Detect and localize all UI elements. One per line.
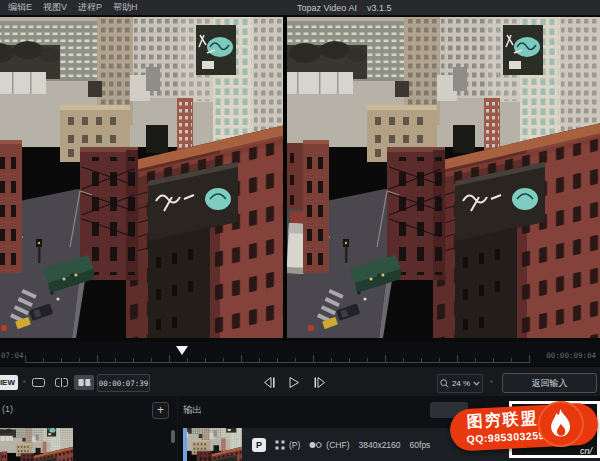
ruler-tick	[133, 358, 134, 362]
video-pane-original[interactable]	[0, 15, 283, 341]
ruler-tick	[25, 355, 26, 362]
output-header: 输出	[183, 404, 202, 417]
ruler-tick	[115, 358, 116, 362]
frame-interp-icon	[309, 441, 322, 449]
add-video-button[interactable]: +	[152, 402, 169, 419]
magnifier-icon	[440, 379, 449, 388]
ruler-tick	[79, 358, 80, 362]
video-compare-area	[0, 15, 600, 341]
separator-dot	[90, 380, 93, 383]
codec-badge: P	[252, 438, 266, 452]
ruler-tick	[43, 358, 44, 362]
ruler-tick	[277, 358, 278, 362]
separator-dot	[490, 380, 493, 383]
separator-dot	[23, 380, 26, 383]
view-mode-split-button[interactable]	[51, 375, 71, 390]
timeline-end-time: 00:00:09:04	[546, 351, 596, 360]
ruler-tick	[295, 358, 296, 362]
ruler-tick	[331, 358, 332, 362]
ruler-tick	[403, 358, 404, 362]
current-time-field[interactable]: 00:00:07:39	[97, 374, 150, 392]
window-title: Topaz Video AI v3.1.5	[297, 0, 391, 15]
input-video-thumbnail[interactable]	[0, 428, 73, 461]
ruler-tick	[367, 358, 368, 362]
bottom-panel: (1) + 输出 P (P) (C	[0, 396, 600, 461]
panel-divider	[177, 396, 178, 461]
playback-toolbar: IEW 00:00:07:39	[0, 366, 600, 396]
zoom-level-value: 24 %	[452, 379, 470, 388]
ruler-tick	[259, 358, 260, 362]
ruler-tick	[493, 358, 494, 362]
flame-logo-icon	[537, 400, 585, 448]
play-icon	[289, 377, 299, 388]
menu-help[interactable]: 帮助H	[113, 1, 138, 14]
zoom-level-dropdown[interactable]: 24 %	[437, 374, 483, 393]
ruler-tick	[529, 355, 530, 362]
menu-view[interactable]: 视图V	[43, 1, 67, 14]
ruler-tick	[151, 358, 152, 362]
ruler-tick	[421, 358, 422, 362]
timeline: 07:04 00:00:09:04	[0, 341, 600, 366]
chf-label: (CHF)	[326, 440, 349, 450]
output-video-thumbnail[interactable]	[187, 428, 242, 461]
ruler-tick	[439, 358, 440, 362]
ruler-tick	[97, 355, 98, 362]
timeline-start-time: 07:04	[1, 351, 24, 360]
preview-chip: IEW	[0, 375, 18, 390]
framerate-label: 60fps	[410, 440, 431, 450]
step-forward-button[interactable]	[311, 375, 327, 389]
ruler-tick	[223, 358, 224, 362]
return-to-input-button[interactable]: 返回输入	[502, 373, 597, 393]
step-back-icon	[264, 377, 275, 388]
ruler-tick	[475, 358, 476, 362]
side-by-side-view-icon	[78, 378, 91, 387]
ruler-tick	[61, 358, 62, 362]
ruler-tick	[205, 358, 206, 362]
step-back-button[interactable]	[261, 375, 277, 389]
watermark-badge: 图穷联盟 QQ:985303259	[449, 402, 599, 452]
step-forward-icon	[314, 377, 325, 388]
ruler-tick	[349, 358, 350, 362]
single-view-icon	[32, 378, 45, 387]
resolution-label: 3840x2160	[358, 440, 400, 450]
menu-process[interactable]: 进程P	[78, 1, 102, 14]
ruler-tick	[511, 358, 512, 362]
ruler-tick	[385, 355, 386, 362]
upscale-icon	[275, 440, 285, 450]
menu-edit[interactable]: 编辑E	[8, 1, 32, 14]
menu-bar: 编辑E 视图V 进程P 帮助H Topaz Video AI v3.1.5	[0, 0, 600, 15]
watermark-url-fragment: cn/	[580, 446, 592, 456]
input-list-scrollbar[interactable]	[171, 430, 175, 443]
playhead[interactable]	[176, 346, 188, 355]
timeline-ruler[interactable]	[25, 349, 530, 363]
chevron-down-icon	[473, 381, 480, 386]
ruler-tick	[313, 355, 314, 362]
input-count-label: (1)	[2, 404, 13, 414]
ruler-tick	[169, 355, 170, 362]
topaz-video-ai-window: 编辑E 视图V 进程P 帮助H Topaz Video AI v3.1.5 07…	[0, 0, 600, 461]
play-button[interactable]	[286, 375, 302, 389]
split-view-icon	[55, 378, 68, 387]
ruler-tick	[187, 358, 188, 362]
ruler-tick	[241, 355, 242, 362]
video-pane-preview[interactable]	[287, 15, 600, 341]
ruler-tick	[457, 355, 458, 362]
view-mode-single-button[interactable]	[28, 375, 48, 390]
scale-label: (P)	[289, 440, 300, 450]
